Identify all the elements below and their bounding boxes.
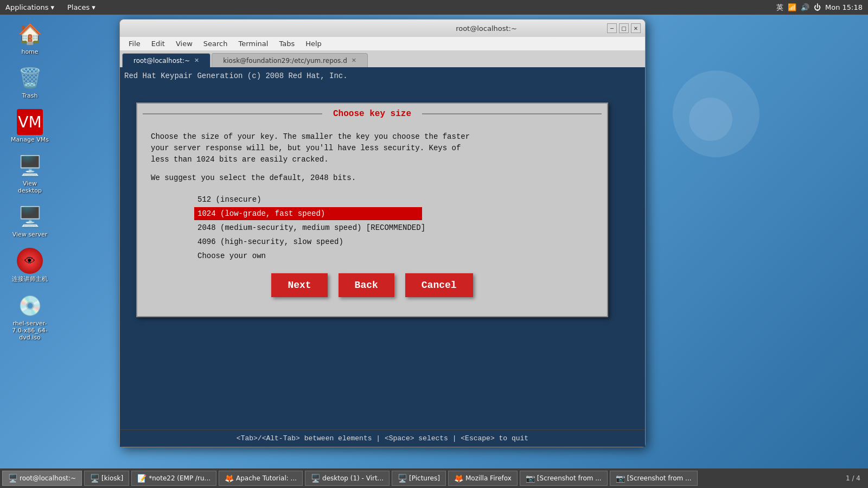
tab-kiosk-close[interactable]: ✕: [352, 57, 356, 64]
taskbar-item-root-localhost[interactable]: 🖥️ root@localhost:~: [2, 471, 82, 486]
tab-kiosk[interactable]: kiosk@foundation29:/etc/yum.repos.d ✕: [212, 53, 368, 67]
terminal-window: root@localhost:~ ─ □ ✕ File Edit View Se…: [119, 19, 646, 447]
cancel-btn-wrapper: Cancel: [405, 273, 473, 297]
lang-indicator[interactable]: 英: [776, 3, 783, 12]
taskbar-screenshot2-label: [Screenshot from ...: [627, 474, 692, 482]
applications-chevron: ▾: [50, 3, 54, 11]
taskbar-kiosk-label: [kiosk]: [101, 474, 123, 482]
desktop-icon-connect-teacher[interactable]: 👁 连接讲师主机: [8, 246, 52, 285]
tabs-bar: root@localhost:~ ✕ kiosk@foundation29:/e…: [120, 51, 645, 67]
taskbar-desktop-icon: 🖥️: [311, 474, 320, 483]
window-controls: ─ □ ✕: [607, 23, 641, 33]
places-label: Places: [67, 3, 90, 11]
next-btn-wrapper: Next: [271, 273, 327, 297]
clock: Mon 15:18: [825, 3, 863, 11]
close-button[interactable]: ✕: [631, 23, 641, 33]
taskbar-desktop-label: desktop (1) - Virt...: [322, 474, 384, 482]
power-icon: ⏻: [814, 3, 821, 11]
menu-view[interactable]: View: [171, 38, 197, 49]
taskbar-firefox-label: Mozilla Firefox: [465, 474, 512, 482]
dialog-buttons: Next Back Cancel: [151, 273, 593, 308]
back-btn-wrapper: Back: [339, 273, 394, 297]
menubar: File Edit View Search Terminal Tabs Help: [120, 37, 645, 51]
volume-icon: 🔊: [801, 3, 809, 11]
view-server-icon: 🖥️: [17, 204, 43, 230]
dialog-title: Choose key size: [328, 109, 417, 119]
taskbar-apache-label: Apache Tutorial: ...: [236, 474, 297, 482]
desktop-icon-view-desktop[interactable]: 🖥️ View desktop: [8, 151, 52, 196]
taskbar-pictures-label: [Pictures]: [409, 474, 440, 482]
view-server-label: View server: [12, 231, 47, 238]
applications-label: Applications: [5, 3, 48, 11]
trash-label: Trash: [22, 92, 37, 99]
dialog-body: Choose the size of your key. The smaller…: [137, 123, 607, 316]
taskbar-root-label: root@localhost:~: [20, 474, 76, 482]
taskbar-item-kiosk[interactable]: 🖥️ [kiosk]: [84, 471, 129, 486]
taskbar-note22-icon: 📝: [137, 474, 146, 483]
trash-icon: 🗑️: [17, 65, 43, 91]
minimize-button[interactable]: ─: [607, 23, 617, 33]
menu-search[interactable]: Search: [199, 38, 232, 49]
connect-teacher-label: 连接讲师主机: [12, 275, 48, 283]
key-option-custom[interactable]: Choose your own: [194, 249, 593, 262]
view-desktop-icon: 🖥️: [17, 153, 43, 179]
taskbar-screenshot2-icon: 📷: [616, 474, 625, 483]
applications-menu[interactable]: Applications ▾: [0, 2, 60, 12]
taskbar-firefox-icon: 🦊: [454, 474, 463, 483]
taskbar-item-firefox[interactable]: 🦊 Mozilla Firefox: [448, 471, 518, 486]
taskbar-item-screenshot1[interactable]: 📷 [Screenshot from ...: [520, 471, 608, 486]
connect-teacher-icon: 👁: [17, 248, 43, 274]
taskbar-item-note22[interactable]: 📝 *note22 (EMP /ru...: [131, 471, 216, 486]
menu-tabs[interactable]: Tabs: [275, 38, 299, 49]
dialog-title-bar: Choose key size: [137, 104, 607, 123]
manage-vms-icon: VM: [17, 109, 43, 135]
taskbar-item-apache[interactable]: 🦊 Apache Tutorial: ...: [219, 471, 303, 486]
deco-1: [673, 70, 760, 157]
maximize-button[interactable]: □: [619, 23, 629, 33]
next-button[interactable]: Next: [271, 273, 327, 297]
system-tray: 英 📶 🔊 ⏻ Mon 15:18: [776, 3, 868, 12]
taskbar-screenshot1-icon: 📷: [526, 474, 535, 483]
taskbar-kiosk-icon: 🖥️: [90, 474, 99, 483]
desktop-icon-trash[interactable]: 🗑️ Trash: [8, 63, 52, 101]
terminal-title: root@localhost:~: [366, 24, 607, 33]
network-icon: 📶: [788, 3, 796, 11]
terminal-titlebar: root@localhost:~ ─ □ ✕: [120, 20, 645, 37]
tab-root-close[interactable]: ✕: [194, 57, 199, 64]
taskbar-apache-icon: 🦊: [225, 474, 234, 483]
manage-vms-label: Manage VMs: [11, 136, 49, 143]
taskbar-page: 1 / 4: [840, 474, 866, 482]
taskbar-item-desktop[interactable]: 🖥️ desktop (1) - Virt...: [305, 471, 390, 486]
home-label: home: [21, 48, 38, 55]
back-button[interactable]: Back: [339, 273, 394, 297]
terminal-content[interactable]: Red Hat Keypair Generation (c) 2008 Red …: [120, 67, 645, 429]
cancel-button[interactable]: Cancel: [405, 273, 473, 297]
taskbar-root-icon: 🖥️: [8, 474, 17, 483]
menu-file[interactable]: File: [124, 38, 145, 49]
taskbar-screenshot1-label: [Screenshot from ...: [537, 474, 602, 482]
desktop-icon-manage-vms[interactable]: VM Manage VMs: [8, 107, 52, 145]
taskbar-item-screenshot2[interactable]: 📷 [Screenshot from ...: [610, 471, 698, 486]
dialog-suggestion: We suggest you select the default, 2048 …: [151, 174, 593, 182]
taskbar-pictures-icon: 🖥️: [398, 474, 407, 483]
places-menu[interactable]: Places ▾: [62, 2, 101, 12]
tab-root-localhost[interactable]: root@localhost:~ ✕: [122, 53, 210, 67]
taskbar-item-pictures[interactable]: 🖥️ [Pictures]: [392, 471, 446, 486]
taskbar-bottom: 🖥️ root@localhost:~ 🖥️ [kiosk] 📝 *note22…: [0, 468, 868, 488]
key-option-4096[interactable]: 4096 (high-security, slow speed): [194, 235, 593, 248]
view-desktop-label: View desktop: [10, 180, 49, 194]
key-option-512[interactable]: 512 (insecure): [194, 193, 593, 206]
key-option-1024[interactable]: 1024 (low-grade, fast speed): [194, 207, 422, 220]
desktop-icon-home[interactable]: 🏠 home: [8, 19, 52, 57]
key-options-list: 512 (insecure) 1024 (low-grade, fast spe…: [194, 193, 593, 262]
menu-help[interactable]: Help: [301, 38, 326, 49]
dialog-box: Choose key size Choose the size of your …: [136, 102, 608, 317]
key-option-2048[interactable]: 2048 (medium-security, medium speed) [RE…: [194, 221, 593, 234]
terminal-status: <Tab>/<Alt-Tab> between elements | <Spac…: [120, 429, 645, 447]
taskbar-top: Applications ▾ Places ▾ 英 📶 🔊 ⏻ Mon 15:1…: [0, 0, 868, 15]
desktop-icon-view-server[interactable]: 🖥️ View server: [8, 202, 52, 240]
menu-terminal[interactable]: Terminal: [234, 38, 272, 49]
menu-edit[interactable]: Edit: [147, 38, 169, 49]
taskbar-note22-label: *note22 (EMP /ru...: [149, 474, 210, 482]
desktop-icon-iso[interactable]: 💿 rhel-server-7.0-x86_64-dvd.iso: [8, 291, 52, 343]
